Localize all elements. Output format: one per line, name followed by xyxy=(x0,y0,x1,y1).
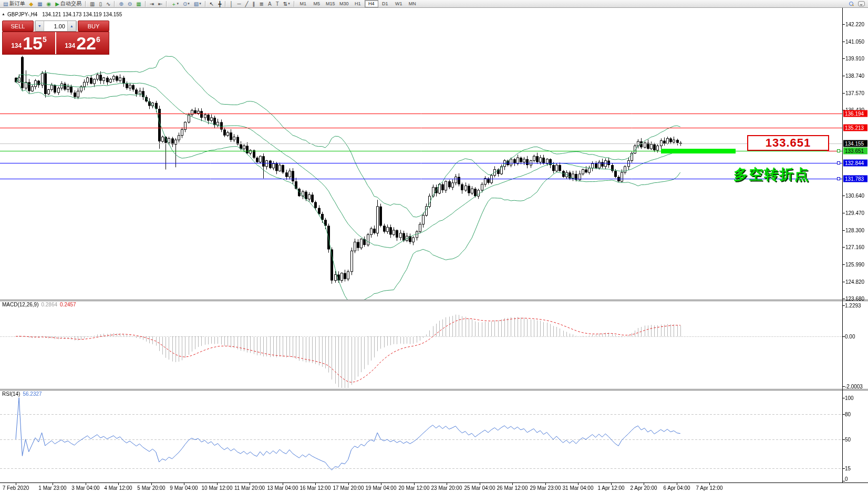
time-axis-label: 3 Mar 04:00 xyxy=(71,485,99,491)
buy-price-prefix: 134 xyxy=(65,42,75,49)
one-click-trade-panel: SELL ▼ 1.00 ▲ BUY 134 15 5 134 22 6 xyxy=(2,20,109,55)
rsi-axis-label: 50 xyxy=(845,436,851,442)
time-axis-label: 7 Feb 2020 xyxy=(3,485,29,491)
turning-point-annotation[interactable]: 多空转折点 xyxy=(733,165,810,184)
rsi-axis-label: 100 xyxy=(845,395,854,400)
mt4-window: ▤新订单◆▦◉▶自动交易▥▯∿⊕⊖▦⇥⇤＋▾⊙▾▧▾↖╋│─╱∥≣AT⇅▾M1M… xyxy=(0,0,868,493)
macd-axis-label: 1.2293 xyxy=(845,303,861,309)
macd-name: MACD(12,26,9) xyxy=(2,302,38,307)
time-axis-label: 7 Apr 12:00 xyxy=(696,485,722,491)
time-axis-label: 16 Mar 12:00 xyxy=(300,485,331,491)
time-axis-label: 31 Mar 04:00 xyxy=(563,485,594,491)
sell-button[interactable]: SELL xyxy=(2,20,34,32)
macd-axis-label: 0.00 xyxy=(845,334,855,340)
time-axis-label: 29 Mar 23:00 xyxy=(530,485,561,491)
price-axis-tick: 129.470 xyxy=(845,210,868,215)
buy-price-big: 22 xyxy=(76,33,96,53)
macd-axis-label: -2.0003 xyxy=(845,384,863,389)
price-line-label: 136.194 xyxy=(843,110,867,117)
one-click-panel-toggle[interactable]: ▲ xyxy=(2,12,5,16)
price-axis-tick: 130.640 xyxy=(845,193,868,199)
symbol-ohlc: 134.121 134.173 134.119 134.155 xyxy=(42,12,122,17)
line-drag-handle[interactable] xyxy=(837,177,840,180)
price-line-label: 135.213 xyxy=(843,125,867,131)
price-axis-tick: 141.050 xyxy=(845,38,868,44)
sell-price-prefix: 134 xyxy=(11,42,22,49)
time-axis-label: 10 Mar 12:00 xyxy=(202,485,233,491)
rsi-axis-label: 80 xyxy=(845,412,851,417)
price-axis-tick: 142.220 xyxy=(845,22,868,27)
time-axis-label: 17 Mar 20:00 xyxy=(333,485,364,491)
time-axis-label: 23 Mar 20:00 xyxy=(431,485,462,491)
price-line-label: 131.783 xyxy=(843,175,867,182)
time-axis-label: 13 Mar 04:00 xyxy=(267,485,298,491)
time-axis-label: 2 Apr 20:00 xyxy=(630,485,657,491)
time-axis-label: 5 Mar 20:00 xyxy=(137,485,165,491)
time-axis-label: 1 Mar 23:00 xyxy=(38,485,66,491)
price-line-label: 133.651 xyxy=(843,148,867,155)
price-axis-tick: 138.740 xyxy=(845,73,868,78)
chart-canvas[interactable] xyxy=(0,0,868,493)
time-axis-label: 19 Mar 04:00 xyxy=(366,485,397,491)
price-axis-tick: 128.300 xyxy=(845,227,868,233)
time-axis-label: 25 Mar 04:00 xyxy=(464,485,495,491)
volume-decrease-button[interactable]: ▼ xyxy=(35,21,44,31)
price-annotation-box[interactable]: 133.651 xyxy=(747,135,829,151)
time-axis-label: 11 Mar 20:00 xyxy=(234,485,265,491)
rsi-name: RSI(14) xyxy=(2,391,20,397)
sell-price-big: 15 xyxy=(23,33,43,53)
time-axis-label: 20 Mar 12:00 xyxy=(399,485,430,491)
price-axis-tick: 139.910 xyxy=(845,56,868,61)
price-axis-tick: 137.570 xyxy=(845,90,868,96)
price-line-label: 132.844 xyxy=(843,159,867,166)
time-axis-label: 9 Mar 04:00 xyxy=(170,485,198,491)
rsi-axis-label: 15 xyxy=(845,466,851,471)
buy-price-sup: 6 xyxy=(96,35,100,44)
price-highlight-bar[interactable] xyxy=(661,149,736,153)
price-line-label: 134.155 xyxy=(843,140,867,147)
price-axis-tick: 124.820 xyxy=(845,279,868,284)
time-axis-label: 26 Mar 12:00 xyxy=(497,485,528,491)
volume-input[interactable]: 1.00 xyxy=(44,21,67,31)
time-axis-label: 1 Apr 12:00 xyxy=(597,485,624,491)
volume-increase-button[interactable]: ▲ xyxy=(67,21,76,31)
macd-main-value: 0.2864 xyxy=(41,302,57,307)
price-axis-tick: 125.990 xyxy=(845,261,868,267)
price-axis-tick: 127.160 xyxy=(845,244,868,250)
macd-indicator-label: MACD(12,26,9)0.28640.2457 xyxy=(2,302,76,307)
buy-button[interactable]: BUY xyxy=(78,20,109,32)
rsi-axis-label: 0 xyxy=(845,476,848,482)
time-axis-label: 4 Mar 12:00 xyxy=(104,485,132,491)
line-drag-handle[interactable] xyxy=(837,149,840,152)
sell-price[interactable]: 134 15 5 xyxy=(3,32,55,54)
symbol-name: GBPJPY-,H4 xyxy=(7,12,37,17)
buy-price[interactable]: 134 22 6 xyxy=(56,32,109,54)
rsi-indicator-label: RSI(14)56.2327 xyxy=(2,391,42,397)
symbol-info-line: GBPJPY-,H4 134.121 134.173 134.119 134.1… xyxy=(7,12,122,17)
time-axis-label: 6 Apr 04:00 xyxy=(663,485,690,491)
sell-price-sup: 5 xyxy=(43,35,47,44)
price-axis-tick: 123.680 xyxy=(845,296,868,302)
rsi-value: 56.2327 xyxy=(23,391,42,397)
volume-spinner[interactable]: ▼ 1.00 ▲ xyxy=(35,20,77,32)
macd-signal-value: 0.2457 xyxy=(60,302,76,307)
line-drag-handle[interactable] xyxy=(837,161,840,165)
